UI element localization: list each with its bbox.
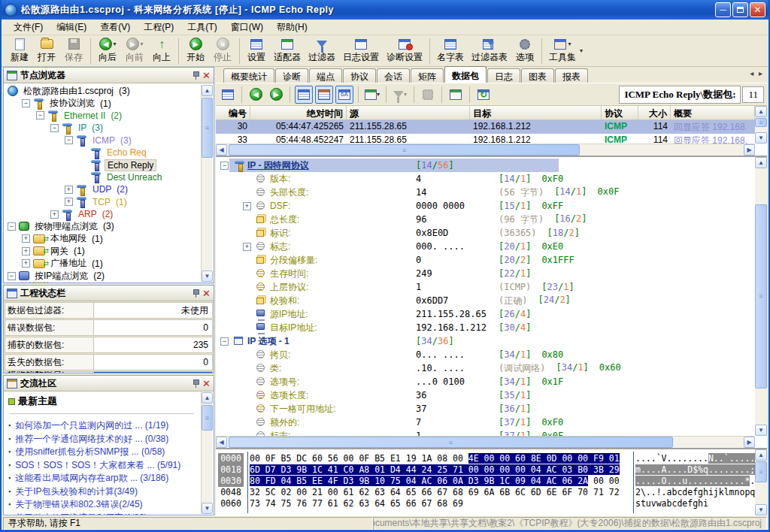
view-hex-icon[interactable]: 6A: [335, 86, 353, 104]
topic-link-7[interactable]: 关于科来的网络流量利用率(1/82): [8, 512, 197, 515]
expand-box-icon[interactable]: +: [65, 186, 73, 194]
refresh-icon[interactable]: ↻: [474, 86, 493, 104]
tree-item-udp[interactable]: +UDP(2): [5, 183, 201, 195]
menu-item-2[interactable]: 查看(V): [94, 20, 136, 35]
decode-row-10[interactable]: 校验和:0x6DD7(正确)[24/2]: [219, 294, 754, 307]
dropdown-caret-icon[interactable]: ▾: [568, 41, 571, 47]
tree-item-ip[interactable]: −IP(3): [5, 122, 201, 134]
nav-back-icon[interactable]: ◀: [247, 86, 265, 104]
decode-row-18[interactable]: 下一格可用地址:37[36/1]: [219, 402, 754, 416]
scroll-up-arrow[interactable]: ▲: [202, 85, 213, 96]
column-header-4[interactable]: 协议: [602, 106, 638, 119]
toolbar-button-filter-table[interactable]: 过滤器表: [468, 37, 511, 65]
tab-会话[interactable]: 会话: [377, 68, 410, 83]
toolbar-button-open-folder[interactable]: 打开: [33, 37, 60, 65]
expand-box-icon[interactable]: +: [50, 210, 59, 219]
tab-端点[interactable]: 端点: [309, 68, 342, 83]
decode-row-9[interactable]: 上层协议:1(ICMP)[23/1]: [219, 280, 754, 294]
topic-link-0[interactable]: 如何添加一个只监测内网的过 ... (1/19): [8, 419, 197, 433]
collapse-box-icon[interactable]: −: [36, 111, 44, 119]
tree-item-echoreq[interactable]: Echo Req: [5, 147, 201, 159]
tree-item-1cscproj[interactable]: 松散源路由由1.cscproj(3): [5, 85, 201, 97]
topic-link-6[interactable]: 关于物理错误和802.3错误(2/45): [8, 498, 197, 512]
view-detail-icon[interactable]: [315, 86, 333, 104]
minimize-button[interactable]: ─: [715, 2, 731, 17]
packet-list-vertical-scrollbar[interactable]: ▲ ▼: [755, 106, 767, 144]
decode-row-19[interactable]: 额外的:7[37/1]0xF0: [219, 416, 754, 429]
close-panel-icon[interactable]: ✕: [202, 289, 211, 298]
scroll-down-arrow[interactable]: ▼: [755, 132, 767, 144]
collapse-box-icon[interactable]: −: [220, 337, 229, 346]
toolbar-button-toolset-window[interactable]: ▾工具集: [545, 37, 580, 65]
tree-item-icmp[interactable]: −ICMP(3): [5, 135, 201, 147]
scroll-down-arrow[interactable]: ▼: [755, 504, 767, 515]
scroll-right-arrow[interactable]: ▶: [744, 437, 755, 448]
expand-box-icon[interactable]: +: [22, 247, 30, 255]
expand-box-icon[interactable]: +: [22, 282, 30, 283]
pin-icon[interactable]: [192, 379, 199, 388]
expand-box-icon[interactable]: +: [22, 259, 30, 268]
scroll-right-arrow[interactable]: ▶: [744, 144, 755, 156]
tree-item-[interactable]: −按物理端点浏览(3): [5, 220, 201, 232]
column-header-1[interactable]: 绝对时间: [250, 106, 347, 119]
expand-box-icon[interactable]: +: [22, 234, 30, 243]
decode-row-4[interactable]: 总长度:96(96 字节)[16/2]: [219, 213, 754, 226]
decode-row-17[interactable]: 选项长度:36[35/1]: [219, 388, 754, 402]
view-list-icon[interactable]: [295, 86, 313, 104]
expand-box-icon[interactable]: +: [243, 243, 251, 251]
tab-nav-arrows[interactable]: ◂ ▸: [750, 69, 764, 77]
toolbar-button-options-gear[interactable]: 选项: [511, 37, 538, 65]
toolbar-button-settings-window[interactable]: 设置: [243, 37, 270, 65]
hex-bytes-column[interactable]: 00 0F B5 DC 60 56 00 0F B5 E1 19 1A 08 0…: [250, 449, 632, 515]
decode-row-1[interactable]: 版本:4[14/1]0xF0: [219, 172, 754, 186]
toolbar-button-filter-funnel[interactable]: 过滤器: [305, 37, 339, 65]
hex-ascii-column[interactable]: ....`V........N..`......m....A....D$%q..…: [635, 449, 767, 515]
tree-item-echoreply[interactable]: Echo Reply: [5, 159, 201, 171]
tab-日志[interactable]: 日志: [487, 68, 520, 83]
collapse-box-icon[interactable]: −: [8, 272, 16, 280]
decode-row-7[interactable]: 分段偏移量:0[20/2]0x1FFF: [219, 253, 754, 267]
menu-item-0[interactable]: 文件(F): [8, 20, 49, 35]
topic-link-2[interactable]: 使用sniffer抓包分析SNMP报 ... (0/58): [8, 446, 197, 459]
dropdown-caret-icon[interactable]: ▾: [377, 91, 380, 98]
packet-row-30[interactable]: 3005:44:47.425265211.155.28.65192.168.1.…: [216, 120, 755, 134]
hex-vertical-scrollbar[interactable]: ▲ ▼: [755, 449, 767, 515]
tree-item-destunreach[interactable]: Dest Unreach: [5, 171, 201, 183]
tree-item-[interactable]: +广播地址(1): [5, 257, 201, 269]
tree-item-ethernetii[interactable]: −Ethernet II(2): [5, 110, 201, 122]
tab-诊断[interactable]: 诊断: [275, 68, 308, 83]
decode-row-20[interactable]: 标志:1[37/1]0x0F: [219, 429, 754, 436]
community-vertical-scrollbar[interactable]: ▲ ▼: [201, 392, 213, 514]
dropdown-caret-icon[interactable]: ▾: [140, 41, 143, 47]
close-panel-icon[interactable]: ✕: [202, 71, 211, 80]
decode-row-14[interactable]: 拷贝:0... ....[34/1]0x80: [219, 348, 754, 361]
column-header-0[interactable]: 编号: [216, 106, 250, 119]
close-button[interactable]: ✕: [750, 2, 765, 17]
topic-link-4[interactable]: 这能看出局域网内存在arp欺 ... (3/186): [8, 472, 197, 485]
maximize-button[interactable]: [732, 2, 748, 17]
tree-item-[interactable]: +网关(1): [5, 245, 201, 257]
scroll-down-arrow[interactable]: ▼: [202, 271, 213, 282]
tree-item-[interactable]: +本地网段(1): [5, 233, 201, 245]
decode-row-5[interactable]: 标识:0x8E0D(36365)[18/2]: [219, 226, 754, 240]
menu-item-5[interactable]: 窗口(W): [225, 20, 269, 35]
toolbar-button-new-file[interactable]: 新建: [6, 37, 33, 65]
scroll-up-arrow[interactable]: ▲: [755, 106, 767, 117]
collapse-box-icon[interactable]: −: [50, 124, 59, 132]
decode-horizontal-scrollbar[interactable]: ◀ ▶: [216, 436, 755, 448]
menu-item-3[interactable]: 工程(P): [138, 20, 180, 35]
toolbar-button-up-arrow[interactable]: ↑向上: [148, 37, 175, 65]
toolbar-button-back-circle[interactable]: ◀▾向后: [94, 37, 121, 65]
menu-item-4[interactable]: 工具(T): [181, 20, 223, 35]
tab-协议[interactable]: 协议: [343, 68, 376, 83]
decode-row-13[interactable]: −IP 选项 - 1[34/36]: [219, 334, 754, 348]
menu-item-6[interactable]: 帮助(H): [271, 20, 314, 35]
display-format-icon[interactable]: ▾: [363, 86, 381, 104]
tab-报表[interactable]: 报表: [555, 68, 588, 83]
pin-icon[interactable]: [192, 71, 199, 80]
dropdown-caret-icon[interactable]: ▾: [113, 41, 116, 47]
packet-list-horizontal-scrollbar[interactable]: ◀ ▶: [216, 144, 755, 156]
decode-row-3[interactable]: +DSF:0000 0000[15/1]0xFF: [219, 199, 754, 213]
decode-row-16[interactable]: 选项号:...0 0100[34/1]0x1F: [219, 375, 754, 388]
column-header-2[interactable]: 源: [347, 106, 470, 119]
